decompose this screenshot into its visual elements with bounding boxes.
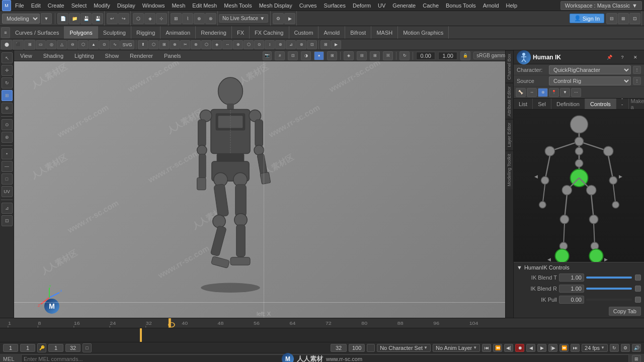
record-btn[interactable]: ⏺ bbox=[515, 344, 524, 352]
svg-btn[interactable]: SVG bbox=[120, 40, 134, 49]
ik-pull-keyframe-btn[interactable] bbox=[635, 297, 641, 303]
copy-tab-btn[interactable]: Copy Tab bbox=[609, 307, 641, 316]
viewport-canvas[interactable]: 人人素材区 www.rr-sc.com 人人素材区 www.rr-sc.com … bbox=[14, 61, 513, 318]
keyframe-icon[interactable]: 🔑 bbox=[37, 343, 46, 352]
redo-btn[interactable]: ↪ bbox=[118, 13, 129, 24]
poly-disc-btn[interactable]: ⊖ bbox=[67, 40, 77, 49]
ik-blend-t-input[interactable] bbox=[559, 274, 584, 282]
section-collapse-icon[interactable]: ▼ bbox=[517, 264, 522, 270]
poly-pyramid-btn[interactable]: ▲ bbox=[89, 40, 99, 49]
render-btn[interactable]: ▶ bbox=[284, 13, 295, 24]
ik-pull-input[interactable] bbox=[559, 296, 584, 304]
lock-btn[interactable]: 🔒 bbox=[460, 51, 470, 60]
vertex-icon[interactable]: • bbox=[2, 148, 13, 159]
next-keyframe-btn[interactable]: |▶ bbox=[548, 344, 557, 352]
frame-input[interactable] bbox=[416, 52, 435, 60]
menu-help[interactable]: Help bbox=[503, 2, 521, 10]
step-back-btn[interactable]: ⏪ bbox=[493, 344, 502, 352]
no-char-set-dropdown[interactable]: No Character Set ▼ bbox=[377, 344, 431, 352]
attribute-editor-btn[interactable]: ⊞ bbox=[618, 13, 629, 24]
paint-weight-icon[interactable]: ⊡ bbox=[2, 215, 13, 226]
total-frames-value[interactable]: 32 bbox=[331, 344, 347, 352]
face-icon[interactable]: □ bbox=[2, 173, 13, 185]
target-weld-btn[interactable]: ⊕ bbox=[233, 40, 243, 49]
snap-together-icon[interactable]: ⊙ bbox=[2, 119, 13, 130]
panel-tab-sel[interactable]: Sel bbox=[533, 99, 551, 109]
ik-blend-t-slider[interactable] bbox=[586, 277, 632, 279]
snap-point-btn[interactable]: ⊕ bbox=[194, 13, 205, 24]
merge-btn[interactable]: ⬡ bbox=[244, 40, 254, 49]
multi-cut-btn[interactable]: ✂ bbox=[180, 40, 190, 49]
play-back-btn[interactable]: ◀ bbox=[526, 344, 535, 352]
menu-bonus-tools[interactable]: Bonus Tools bbox=[443, 2, 479, 10]
menu-generate[interactable]: Generate bbox=[389, 2, 419, 10]
move-tool-icon[interactable]: ✛ bbox=[2, 65, 13, 76]
menu-curves[interactable]: Curves bbox=[296, 2, 320, 10]
live-surface-dropdown[interactable]: No Live Surface ▼ bbox=[219, 14, 268, 23]
save-file-btn[interactable]: 💾 bbox=[80, 13, 92, 24]
paint-select-btn[interactable]: ⊹ bbox=[156, 13, 167, 24]
panel-tab-list[interactable]: List bbox=[514, 99, 533, 109]
vp-resolution-gate-btn[interactable]: ⊟ bbox=[357, 51, 367, 60]
poly-plane-btn[interactable]: ▭ bbox=[36, 40, 46, 49]
save-as-btn[interactable]: 💾 bbox=[92, 13, 103, 24]
menu-uv[interactable]: UV bbox=[375, 2, 388, 10]
tool-settings-btn[interactable]: ⊡ bbox=[629, 13, 640, 24]
hik-close-btn[interactable]: ✕ bbox=[630, 52, 641, 63]
vp-shade-btn[interactable]: ◑ bbox=[301, 51, 311, 60]
vp-isolate-btn[interactable]: ◈ bbox=[344, 51, 354, 60]
vp-lighting-menu[interactable]: Lighting bbox=[70, 52, 98, 60]
panel-tab-more[interactable]: --- bbox=[616, 99, 629, 109]
tab-mash[interactable]: MASH bbox=[371, 26, 398, 39]
offset-loop-btn[interactable]: ◈ bbox=[212, 40, 222, 49]
tab-rendering[interactable]: Rendering bbox=[196, 26, 232, 39]
sound-btn[interactable]: 🔊 bbox=[632, 344, 641, 352]
vp-shading-menu[interactable]: Shading bbox=[39, 52, 67, 60]
attribute-editor-tab[interactable]: Attribute Editor bbox=[506, 83, 513, 120]
tab-arnold[interactable]: Arnold bbox=[318, 26, 345, 39]
poly-helix-btn[interactable]: ∿ bbox=[110, 40, 120, 49]
vp-grid-btn[interactable]: # bbox=[275, 51, 285, 60]
select-tool-btn[interactable]: ⬡ bbox=[133, 13, 144, 24]
hik-control-btn[interactable]: ⊕ bbox=[538, 88, 548, 97]
timeline-track[interactable] bbox=[0, 328, 644, 342]
insert-loop-btn[interactable]: ⬡ bbox=[201, 40, 211, 49]
menu-edit[interactable]: Edit bbox=[28, 2, 44, 10]
hik-pin-pose-btn[interactable]: 📍 bbox=[549, 88, 559, 97]
menu-arnold[interactable]: Arnold bbox=[480, 2, 502, 10]
tab-fx[interactable]: FX bbox=[232, 26, 250, 39]
ipr-btn[interactable]: ▶ bbox=[331, 40, 341, 49]
hik-pin-btn[interactable]: 📌 bbox=[604, 52, 615, 63]
snap-grid-btn[interactable]: ⊞ bbox=[171, 13, 182, 24]
tab-curves-surfaces[interactable]: Curves / Surfaces bbox=[10, 26, 64, 39]
go-to-start-btn[interactable]: ⏮ bbox=[482, 344, 491, 352]
smooth-btn[interactable]: ⊡ bbox=[307, 40, 317, 49]
loop-btn[interactable]: ↻ bbox=[610, 344, 619, 352]
vp-view-menu[interactable]: View bbox=[16, 52, 36, 60]
vp-texture-btn[interactable]: ⊞ bbox=[327, 51, 337, 60]
ik-blend-r-keyframe-btn[interactable] bbox=[635, 286, 641, 292]
sign-in-btn[interactable]: 👤 Sign In bbox=[570, 14, 604, 23]
menu-cache[interactable]: Cache bbox=[420, 2, 442, 10]
vp-gate-btn[interactable]: ⊞ bbox=[370, 51, 380, 60]
undo-btn[interactable]: ↩ bbox=[107, 13, 118, 24]
tab-rigging[interactable]: Rigging bbox=[131, 26, 160, 39]
hik-more-btn[interactable]: ⋯ bbox=[571, 88, 581, 97]
vp-renderer-menu[interactable]: Renderer bbox=[126, 52, 157, 60]
poly-cone-btn[interactable]: △ bbox=[57, 40, 67, 49]
step-forward-btn[interactable]: ⏩ bbox=[559, 344, 569, 352]
hik-floor-contact-btn[interactable]: ▼ bbox=[560, 88, 570, 97]
vp-hud-btn[interactable]: ℍ bbox=[383, 51, 393, 60]
menu-windows[interactable]: Windows bbox=[139, 2, 168, 10]
rotate-tool-icon[interactable]: ↻ bbox=[2, 77, 13, 88]
bridge-btn[interactable]: ⊞ bbox=[159, 40, 169, 49]
hik-help-btn[interactable]: ? bbox=[617, 52, 628, 63]
tab-polygons[interactable]: Polygons bbox=[64, 26, 98, 39]
play-forward-btn[interactable]: ▶ bbox=[537, 344, 546, 352]
prev-keyframe-btn[interactable]: ◀| bbox=[504, 344, 513, 352]
source-options-btn[interactable]: ⋮ bbox=[633, 77, 641, 85]
layer-editor-tab[interactable]: Layer Editor bbox=[506, 119, 513, 150]
vp-smooth-shade-btn[interactable]: ● bbox=[314, 51, 324, 60]
menu-create[interactable]: Create bbox=[45, 2, 67, 10]
end-keyframe-icon[interactable]: □ bbox=[83, 343, 92, 352]
